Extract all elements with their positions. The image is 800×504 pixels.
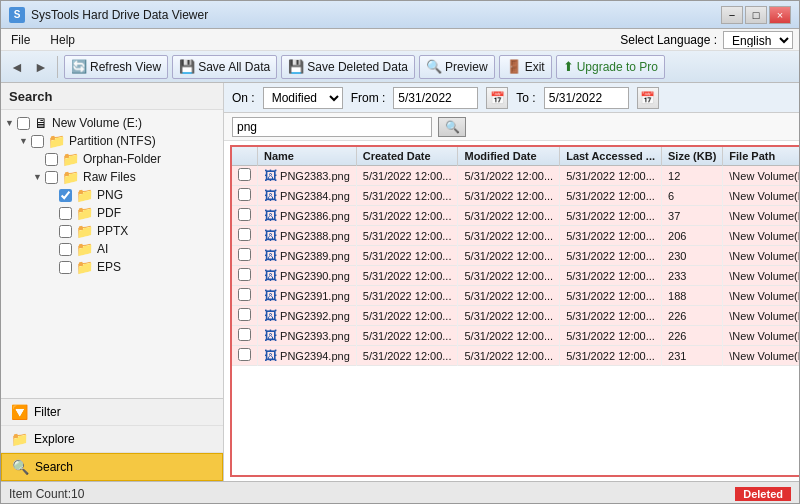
search-input[interactable]: [232, 117, 432, 137]
row-checkbox[interactable]: [238, 228, 251, 241]
tree-rawfiles[interactable]: ▼ 📁 Raw Files: [5, 168, 219, 186]
tree-pdf[interactable]: ▶ 📁 PDF: [5, 204, 219, 222]
cell-path: \New Volume(E:\: [723, 206, 800, 226]
save-all-button[interactable]: 💾 Save All Data: [172, 55, 277, 79]
col-created[interactable]: Created Date: [356, 147, 458, 166]
row-checkbox[interactable]: [238, 188, 251, 201]
upgrade-icon: ⬆: [563, 59, 574, 74]
upgrade-button[interactable]: ⬆ Upgrade to Pro: [556, 55, 665, 79]
cell-accessed: 5/31/2022 12:00...: [560, 266, 662, 286]
row-checkbox[interactable]: [238, 208, 251, 221]
maximize-button[interactable]: □: [745, 6, 767, 24]
tree-check-orphan[interactable]: [45, 153, 58, 166]
cell-name: 🖼 PNG2391.png: [258, 286, 357, 306]
table-row[interactable]: 🖼 PNG2391.png5/31/2022 12:00...5/31/2022…: [232, 286, 800, 306]
menu-file[interactable]: File: [7, 31, 34, 49]
tree-check-rawfiles[interactable]: [45, 171, 58, 184]
left-nav: 🔽 Filter 📁 Explore 🔍 Search: [1, 398, 223, 481]
close-button[interactable]: ×: [769, 6, 791, 24]
tree-check-partition[interactable]: [31, 135, 44, 148]
nav-explore[interactable]: 📁 Explore: [1, 426, 223, 453]
from-calendar-button[interactable]: 📅: [486, 87, 508, 109]
window-controls[interactable]: − □ ×: [721, 6, 791, 24]
cell-created: 5/31/2022 12:00...: [356, 186, 458, 206]
from-date-input[interactable]: [393, 87, 478, 109]
cell-path: \New Volume(E:\: [723, 266, 800, 286]
cell-created: 5/31/2022 12:00...: [356, 246, 458, 266]
tree-check-ai[interactable]: [59, 243, 72, 256]
row-checkbox[interactable]: [238, 288, 251, 301]
table-row[interactable]: 🖼 PNG2388.png5/31/2022 12:00...5/31/2022…: [232, 226, 800, 246]
table-row[interactable]: 🖼 PNG2389.png5/31/2022 12:00...5/31/2022…: [232, 246, 800, 266]
table-row[interactable]: 🖼 PNG2386.png5/31/2022 12:00...5/31/2022…: [232, 206, 800, 226]
col-size[interactable]: Size (KB): [662, 147, 723, 166]
row-checkbox[interactable]: [238, 248, 251, 261]
language-dropdown[interactable]: English: [723, 31, 793, 49]
cell-modified: 5/31/2022 12:00...: [458, 286, 560, 306]
preview-button[interactable]: 🔍 Preview: [419, 55, 495, 79]
cell-created: 5/31/2022 12:00...: [356, 346, 458, 366]
table-row[interactable]: 🖼 PNG2392.png5/31/2022 12:00...5/31/2022…: [232, 306, 800, 326]
tree-label-rawfiles: Raw Files: [83, 170, 136, 184]
nav-forward-button[interactable]: ►: [31, 56, 51, 78]
col-name[interactable]: Name: [258, 147, 357, 166]
nav-search[interactable]: 🔍 Search: [1, 453, 223, 481]
tree-label-orphan: Orphan-Folder: [83, 152, 161, 166]
refresh-button[interactable]: 🔄 Refresh View: [64, 55, 168, 79]
tree-png[interactable]: ▶ 📁 PNG: [5, 186, 219, 204]
tree-label-pptx: PPTX: [97, 224, 128, 238]
tree-orphan[interactable]: ▶ 📁 Orphan-Folder: [5, 150, 219, 168]
tree-check-pdf[interactable]: [59, 207, 72, 220]
table-row[interactable]: 🖼 PNG2384.png5/31/2022 12:00...5/31/2022…: [232, 186, 800, 206]
col-path[interactable]: File Path: [723, 147, 800, 166]
tree-label-ai: AI: [97, 242, 108, 256]
cell-created: 5/31/2022 12:00...: [356, 226, 458, 246]
row-checkbox[interactable]: [238, 328, 251, 341]
save-all-icon: 💾: [179, 59, 195, 74]
nav-filter[interactable]: 🔽 Filter: [1, 399, 223, 426]
row-checkbox[interactable]: [238, 268, 251, 281]
nav-back-button[interactable]: ◄: [7, 56, 27, 78]
search-go-button[interactable]: 🔍: [438, 117, 466, 137]
row-checkbox[interactable]: [238, 308, 251, 321]
to-calendar-button[interactable]: 📅: [637, 87, 659, 109]
cell-accessed: 5/31/2022 12:00...: [560, 346, 662, 366]
nav-filter-label: Filter: [34, 405, 61, 419]
tree-check-pptx[interactable]: [59, 225, 72, 238]
cell-accessed: 5/31/2022 12:00...: [560, 306, 662, 326]
tree-folder-ai: 📁: [76, 241, 93, 257]
col-accessed[interactable]: Last Accessed ...: [560, 147, 662, 166]
minimize-button[interactable]: −: [721, 6, 743, 24]
table-row[interactable]: 🖼 PNG2394.png5/31/2022 12:00...5/31/2022…: [232, 346, 800, 366]
tree-pptx[interactable]: ▶ 📁 PPTX: [5, 222, 219, 240]
tree-eps[interactable]: ▶ 📁 EPS: [5, 258, 219, 276]
preview-icon: 🔍: [426, 59, 442, 74]
cell-name: 🖼 PNG2388.png: [258, 226, 357, 246]
menu-help[interactable]: Help: [46, 31, 79, 49]
tree-check-eps[interactable]: [59, 261, 72, 274]
cell-path: \New Volume(E:\: [723, 246, 800, 266]
table-row[interactable]: 🖼 PNG2383.png5/31/2022 12:00...5/31/2022…: [232, 166, 800, 186]
deleted-badge: Deleted: [735, 487, 791, 501]
tree-check-root[interactable]: [17, 117, 30, 130]
col-modified[interactable]: Modified Date: [458, 147, 560, 166]
tree-ai[interactable]: ▶ 📁 AI: [5, 240, 219, 258]
tree-root[interactable]: ▼ 🖥 New Volume (E:): [5, 114, 219, 132]
tree-area: ▼ 🖥 New Volume (E:) ▼ 📁 Partition (NTFS)…: [1, 110, 223, 398]
tree-check-png[interactable]: [59, 189, 72, 202]
exit-button[interactable]: 🚪 Exit: [499, 55, 552, 79]
filter-icon: 🔽: [11, 404, 28, 420]
to-date-input[interactable]: [544, 87, 629, 109]
cell-name: 🖼 PNG2393.png: [258, 326, 357, 346]
row-checkbox[interactable]: [238, 348, 251, 361]
cell-size: 37: [662, 206, 723, 226]
right-panel: On : Modified From : 📅 To : 📅 🔍: [224, 83, 800, 481]
on-dropdown[interactable]: Modified: [263, 87, 343, 109]
save-deleted-button[interactable]: 💾 Save Deleted Data: [281, 55, 415, 79]
table-row[interactable]: 🖼 PNG2393.png5/31/2022 12:00...5/31/2022…: [232, 326, 800, 346]
search-icon: 🔍: [12, 459, 29, 475]
row-checkbox[interactable]: [238, 168, 251, 181]
tree-partition[interactable]: ▼ 📁 Partition (NTFS): [5, 132, 219, 150]
search-row: 🔍: [224, 113, 800, 141]
table-row[interactable]: 🖼 PNG2390.png5/31/2022 12:00...5/31/2022…: [232, 266, 800, 286]
